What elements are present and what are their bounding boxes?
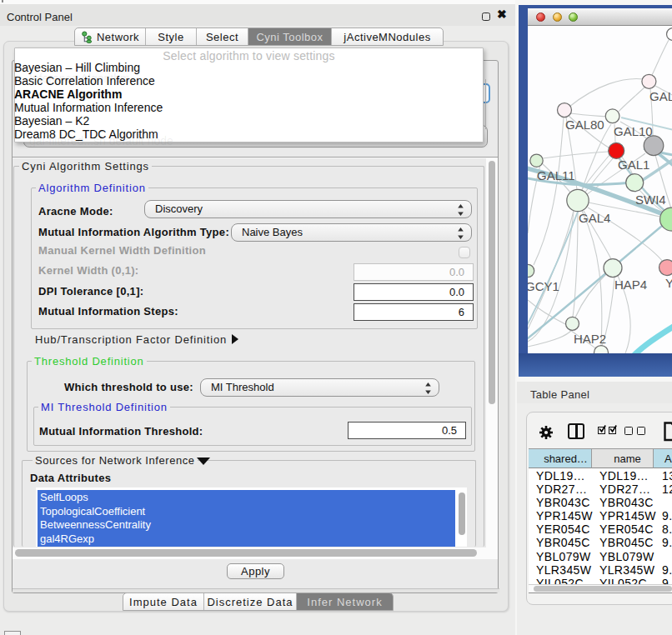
svg-text:GAL11: GAL11	[537, 168, 575, 182]
svg-text:GCY1: GCY1	[528, 279, 559, 293]
svg-text:HAP2: HAP2	[574, 332, 606, 346]
svg-text:GAL80: GAL80	[565, 118, 604, 132]
svg-text:GAL7: GAL7	[649, 89, 672, 103]
svg-text:GAL10: GAL10	[614, 124, 653, 138]
svg-text:Y: Y	[665, 276, 672, 290]
svg-text:HAP4: HAP4	[614, 278, 647, 292]
svg-text:SWI4: SWI4	[635, 192, 666, 207]
svg-text:GAL4: GAL4	[579, 211, 610, 225]
svg-text:GAL1: GAL1	[618, 158, 649, 172]
